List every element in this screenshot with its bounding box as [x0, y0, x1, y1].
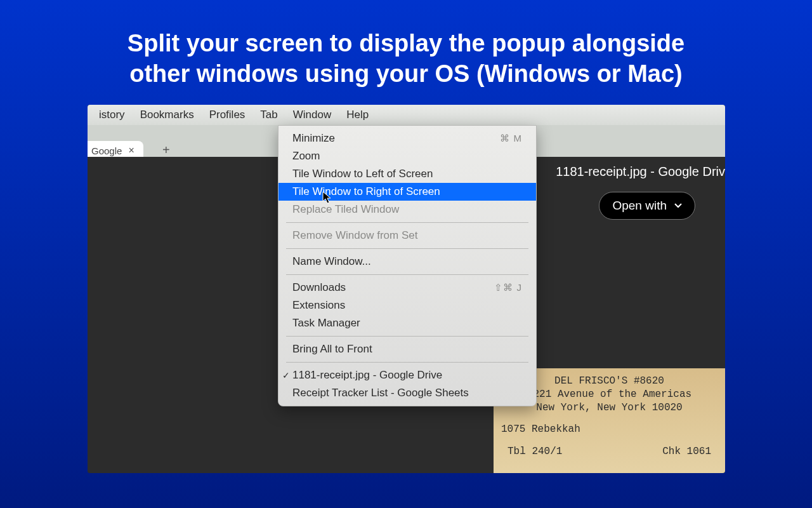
menu-window[interactable]: Window: [285, 109, 339, 121]
menu-item-label: Replace Tiled Window: [292, 203, 399, 216]
menu-item-shortcut: ⇧⌘ J: [494, 282, 522, 293]
chevron-down-icon: [674, 203, 682, 208]
receipt-line: Tbl 240/1: [508, 445, 562, 458]
menu-item[interactable]: Minimize⌘ M: [278, 130, 536, 147]
file-title: 1181-receipt.jpg - Google Driv: [556, 164, 725, 179]
menu-tab[interactable]: Tab: [252, 109, 285, 121]
menu-item-label: Tile Window to Left of Screen: [292, 168, 433, 180]
menu-separator: [286, 336, 528, 337]
menu-item-label: 1181-receipt.jpg - Google Drive: [292, 369, 442, 382]
receipt-line: Chk 1061: [662, 445, 711, 458]
close-icon[interactable]: ×: [128, 145, 134, 156]
open-with-label: Open with: [612, 199, 667, 213]
menu-bar: istory Bookmarks Profiles Tab Window Hel…: [88, 105, 725, 125]
tab-label: Google: [91, 145, 122, 156]
menu-item-label: Minimize: [292, 132, 335, 145]
menu-item-label: Tile Window to Right of Screen: [292, 185, 440, 198]
open-with-button[interactable]: Open with: [599, 192, 695, 220]
menu-help[interactable]: Help: [339, 109, 376, 121]
menu-item-label: Downloads: [292, 281, 346, 294]
menu-item: Remove Window from Set: [278, 227, 536, 244]
menu-item-label: Bring All to Front: [292, 343, 372, 356]
menu-bookmarks[interactable]: Bookmarks: [133, 109, 202, 121]
menu-separator: [286, 248, 528, 249]
receipt-line: 1075 Rebekkah: [501, 423, 717, 436]
menu-item[interactable]: Name Window...: [278, 253, 536, 271]
menu-item[interactable]: Tile Window to Right of Screen: [278, 183, 536, 201]
menu-item[interactable]: Bring All to Front: [278, 340, 536, 358]
menu-item-label: Receipt Tracker List - Google Sheets: [292, 387, 469, 399]
new-tab-button[interactable]: +: [162, 143, 170, 157]
page-heading: Split your screen to display the popup a…: [0, 0, 812, 89]
menu-item: Replace Tiled Window: [278, 201, 536, 218]
menu-item[interactable]: Receipt Tracker List - Google Sheets: [278, 384, 536, 402]
menu-item-label: Name Window...: [292, 255, 371, 268]
menu-item-shortcut: ⌘ M: [500, 133, 522, 144]
menu-item-label: Remove Window from Set: [292, 229, 417, 242]
menu-separator: [286, 274, 528, 275]
embedded-screenshot: istory Bookmarks Profiles Tab Window Hel…: [88, 105, 725, 473]
menu-item[interactable]: ✓1181-receipt.jpg - Google Drive: [278, 366, 536, 384]
menu-separator: [286, 222, 528, 223]
checkmark-icon: ✓: [282, 370, 290, 380]
menu-item[interactable]: Downloads⇧⌘ J: [278, 279, 536, 297]
menu-item[interactable]: Task Manager: [278, 314, 536, 332]
menu-item-label: Extensions: [292, 299, 345, 312]
menu-item[interactable]: Extensions: [278, 297, 536, 314]
menu-history[interactable]: istory: [91, 109, 133, 121]
window-menu-dropdown: Minimize⌘ MZoomTile Window to Left of Sc…: [278, 125, 537, 406]
menu-item-label: Zoom: [292, 150, 320, 163]
menu-separator: [286, 362, 528, 363]
menu-profiles[interactable]: Profiles: [202, 109, 253, 121]
menu-item[interactable]: Zoom: [278, 147, 536, 165]
menu-item[interactable]: Tile Window to Left of Screen: [278, 165, 536, 183]
menu-item-label: Task Manager: [292, 317, 360, 330]
mouse-cursor-icon: [322, 191, 332, 205]
